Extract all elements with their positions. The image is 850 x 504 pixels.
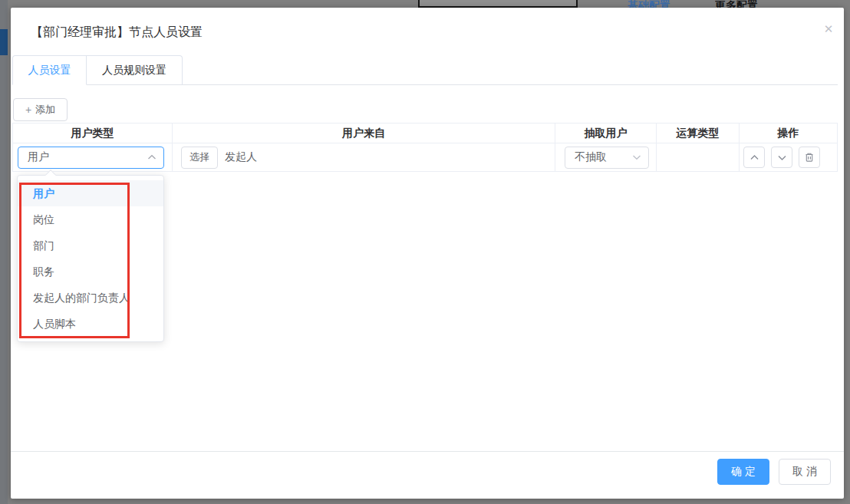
column-header-extract-user: 抽取用户 <box>555 124 657 143</box>
table-row: 用户 选择 发起人 不抽取 <box>13 143 837 172</box>
add-button[interactable]: + 添加 <box>13 98 68 121</box>
personnel-table: 用户类型 用户来自 抽取用户 运算类型 操作 用户 选择 发起人 <box>12 123 838 172</box>
add-button-label: 添加 <box>35 103 55 117</box>
arrow-up-icon <box>750 154 759 161</box>
background-tab-more-config: 更多配置 <box>715 0 758 8</box>
user-type-dropdown: 用户 岗位 部门 职务 发起人的部门负责人 人员脚本 <box>17 175 164 342</box>
choose-button[interactable]: 选择 <box>181 147 218 169</box>
background-sidebar <box>0 0 8 504</box>
node-personnel-settings-dialog: 【部门经理审批】节点人员设置 ✕ 人员设置 人员规则设置 + 添加 用户类型 用… <box>11 8 844 499</box>
cell-extract-user: 不抽取 <box>555 143 657 172</box>
column-header-actions: 操作 <box>740 124 837 143</box>
column-header-operation-type: 运算类型 <box>657 124 740 143</box>
extract-user-select-value: 不抽取 <box>565 150 632 164</box>
dropdown-option-position[interactable]: 职务 <box>18 259 163 285</box>
trash-icon <box>804 152 815 163</box>
delete-button[interactable] <box>799 147 820 168</box>
table-header-row: 用户类型 用户来自 抽取用户 运算类型 操作 <box>13 124 837 143</box>
cell-user-from: 选择 发起人 <box>173 143 555 172</box>
background-sidebar-active-item <box>0 29 8 55</box>
arrow-down-icon <box>777 154 787 161</box>
move-up-button[interactable] <box>743 147 765 168</box>
move-down-button[interactable] <box>771 147 792 168</box>
footer-divider <box>11 451 844 452</box>
cell-user-type: 用户 <box>13 143 173 172</box>
dropdown-option-personnel-script[interactable]: 人员脚本 <box>18 311 163 337</box>
chevron-up-icon <box>147 154 156 160</box>
column-header-user-from: 用户来自 <box>173 124 555 143</box>
user-from-value: 发起人 <box>225 150 257 164</box>
plus-icon: + <box>25 104 31 116</box>
tab-personnel-rule-settings[interactable]: 人员规则设置 <box>87 55 183 85</box>
close-icon[interactable]: ✕ <box>818 18 839 40</box>
dialog-tabs: 人员设置 人员规则设置 <box>12 55 838 85</box>
column-header-user-type: 用户类型 <box>13 124 173 143</box>
dropdown-option-user[interactable]: 用户 <box>18 180 163 206</box>
dropdown-option-department[interactable]: 部门 <box>18 232 163 259</box>
extract-user-select[interactable]: 不抽取 <box>565 147 649 169</box>
user-type-select[interactable]: 用户 <box>18 147 164 169</box>
cell-actions <box>740 143 837 172</box>
cancel-button[interactable]: 取消 <box>779 459 831 485</box>
dropdown-option-initiator-dept-head[interactable]: 发起人的部门负责人 <box>18 285 163 311</box>
user-type-select-value: 用户 <box>18 150 147 164</box>
chevron-down-icon <box>632 154 641 160</box>
dropdown-option-post[interactable]: 岗位 <box>18 206 163 232</box>
background-input-box <box>418 0 578 8</box>
dialog-title: 【部门经理审批】节点人员设置 <box>31 23 203 41</box>
cell-operation-type <box>657 143 740 172</box>
confirm-button[interactable]: 确定 <box>717 459 769 485</box>
background-tab-basic-config: 基础配置 <box>628 0 670 8</box>
tab-personnel-settings[interactable]: 人员设置 <box>12 55 87 85</box>
